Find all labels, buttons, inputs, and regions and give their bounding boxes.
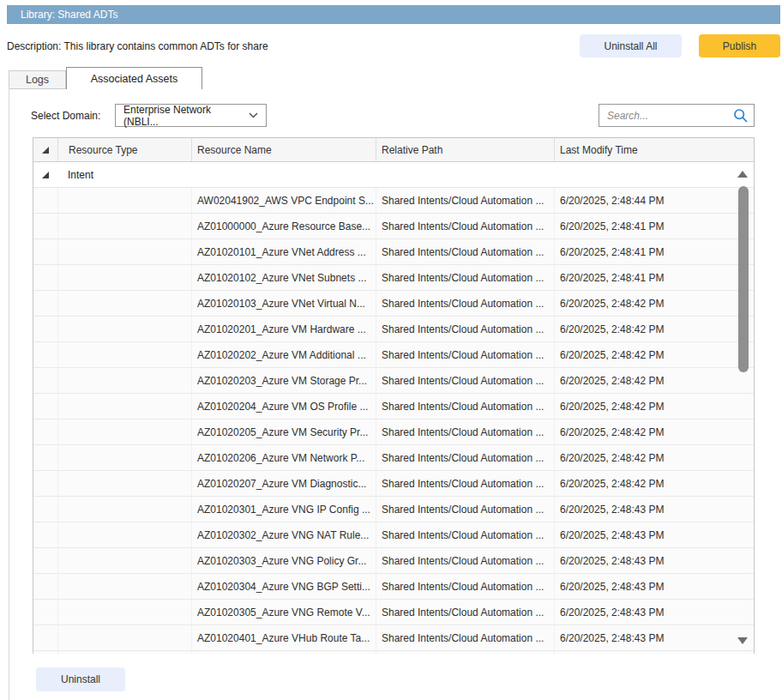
row-resource-name-cell: AZ01020203_Azure VM Storage Pr... bbox=[191, 368, 376, 393]
row-resource-type-cell bbox=[57, 574, 191, 599]
uninstall-all-button[interactable]: Uninstall All bbox=[580, 34, 682, 57]
group-label: Intent bbox=[57, 169, 754, 181]
row-expander-cell bbox=[33, 522, 57, 547]
row-last-modify-time-cell: 6/20/2025, 2:48:42 PM bbox=[554, 291, 754, 316]
tab-logs-label: Logs bbox=[26, 74, 49, 86]
table-row[interactable]: AZ01020103_Azure VNet Virtual N... Share… bbox=[33, 291, 754, 317]
row-last-modify-time-cell: 6/20/2025, 2:48:42 PM bbox=[554, 342, 754, 367]
row-resource-name-cell: AZ01020205_Azure VM Security Pr... bbox=[191, 419, 376, 444]
row-relative-path-cell: Shared Intents/Cloud Automation ... bbox=[376, 445, 554, 470]
table-row[interactable]: AZ01020206_Azure VM Network P... Shared … bbox=[33, 445, 754, 471]
row-last-modify-time-cell: 6/20/2025, 2:48:43 PM bbox=[554, 522, 754, 547]
search-input[interactable] bbox=[607, 110, 733, 122]
column-header-resource-type[interactable]: Resource Type bbox=[57, 138, 191, 161]
expand-all-icon bbox=[42, 147, 49, 154]
row-resource-type-cell bbox=[57, 342, 191, 367]
table-row[interactable]: AZ01020205_Azure VM Security Pr... Share… bbox=[33, 419, 754, 445]
domain-dropdown[interactable]: Enterprise Network (NBLI... bbox=[115, 104, 267, 127]
table-row[interactable]: AZ01020401_Azure VHub Route Ta... Shared… bbox=[33, 625, 754, 651]
table-body: AW02041902_AWS VPC Endpoint S... Shared … bbox=[33, 188, 754, 654]
scrollbar-thumb[interactable] bbox=[738, 186, 749, 372]
table-row[interactable]: AZ01020302_Azure VNG NAT Rule... Shared … bbox=[33, 522, 754, 548]
table-row[interactable]: AZ01020304_Azure VNG BGP Setti... Shared… bbox=[33, 574, 754, 600]
row-expander-cell bbox=[33, 214, 57, 238]
tab-logs[interactable]: Logs bbox=[9, 70, 66, 89]
column-header-last-modify-time[interactable]: Last Modify Time bbox=[554, 138, 754, 161]
row-last-modify-time-cell: 6/20/2025, 2:48:42 PM bbox=[554, 471, 754, 496]
row-expander-cell bbox=[33, 574, 57, 599]
row-relative-path-cell: Shared Intents/Cloud Automation ... bbox=[376, 368, 554, 393]
chevron-down-icon bbox=[249, 112, 258, 118]
domain-dropdown-value: Enterprise Network (NBLI... bbox=[123, 104, 249, 128]
row-relative-path-cell: Shared Intents/Cloud Automation ... bbox=[376, 394, 554, 419]
row-resource-name-cell: AZ01020101_Azure VNet Address ... bbox=[191, 239, 376, 264]
row-last-modify-time-cell: 6/20/2025, 2:48:42 PM bbox=[554, 317, 754, 341]
row-relative-path-cell: Shared Intents/Cloud Automation ... bbox=[376, 419, 554, 444]
row-last-modify-time-cell: 6/20/2025, 2:48:41 PM bbox=[554, 265, 754, 290]
row-resource-type-cell bbox=[57, 600, 191, 625]
row-resource-type-cell bbox=[57, 548, 191, 573]
row-expander-cell bbox=[33, 471, 57, 496]
row-relative-path-cell: Shared Intents/Cloud Automation ... bbox=[376, 548, 554, 573]
row-last-modify-time-cell: 6/20/2025, 2:48:42 PM bbox=[554, 445, 754, 470]
row-resource-type-cell bbox=[57, 625, 191, 650]
group-expander[interactable] bbox=[33, 172, 57, 178]
row-last-modify-time-cell: 6/20/2025, 2:48:42 PM bbox=[554, 394, 754, 419]
row-relative-path-cell: Shared Intents/Cloud Automation ... bbox=[376, 239, 554, 264]
row-resource-type-cell bbox=[57, 419, 191, 444]
table-row[interactable]: AZ01000000_Azure Resource Base... Shared… bbox=[33, 214, 754, 239]
row-resource-type-cell bbox=[57, 317, 191, 341]
row-last-modify-time-cell: 6/20/2025, 2:48:41 PM bbox=[554, 239, 754, 264]
row-expander-cell bbox=[33, 394, 57, 419]
row-resource-name-cell: AZ01020302_Azure VNG NAT Rule... bbox=[191, 522, 376, 547]
row-resource-type-cell bbox=[57, 497, 191, 522]
row-relative-path-cell bbox=[376, 651, 554, 654]
publish-button[interactable]: Publish bbox=[699, 34, 780, 57]
table-row[interactable]: AZ01020207_Azure VM Diagnostic... Shared… bbox=[33, 471, 754, 497]
row-last-modify-time-cell: 6/20/2025, 2:48:43 PM bbox=[554, 574, 754, 599]
row-relative-path-cell: Shared Intents/Cloud Automation ... bbox=[376, 291, 554, 316]
row-resource-name-cell: AZ01020201_Azure VM Hardware ... bbox=[191, 317, 376, 341]
row-resource-name-cell: AZ01020102_Azure VNet Subnets ... bbox=[191, 265, 376, 290]
row-expander-cell bbox=[33, 497, 57, 522]
row-expander-cell bbox=[33, 548, 57, 573]
row-resource-name-cell: AZ01020202_Azure VM Additional ... bbox=[191, 342, 376, 367]
table-row[interactable]: AZ01020201_Azure VM Hardware ... Shared … bbox=[33, 317, 754, 342]
table-row[interactable]: AZ01020101_Azure VNet Address ... Shared… bbox=[33, 239, 754, 265]
row-expander-cell bbox=[33, 317, 57, 341]
row-resource-type-cell bbox=[57, 651, 191, 654]
search-icon[interactable] bbox=[733, 108, 749, 124]
table-row[interactable]: AW02041902_AWS VPC Endpoint S... Shared … bbox=[33, 188, 754, 214]
column-header-resource-name[interactable]: Resource Name bbox=[191, 138, 376, 161]
row-expander-cell bbox=[33, 188, 57, 213]
table-row[interactable] bbox=[33, 651, 754, 654]
panel-border bbox=[9, 88, 9, 700]
row-relative-path-cell: Shared Intents/Cloud Automation ... bbox=[376, 625, 554, 650]
row-resource-name-cell: AW02041902_AWS VPC Endpoint S... bbox=[191, 188, 376, 213]
row-relative-path-cell: Shared Intents/Cloud Automation ... bbox=[376, 317, 554, 341]
table-row[interactable]: AZ01020102_Azure VNet Subnets ... Shared… bbox=[33, 265, 754, 291]
scroll-up-icon[interactable] bbox=[737, 171, 748, 178]
table-row[interactable]: AZ01020303_Azure VNG Policy Gr... Shared… bbox=[33, 548, 754, 574]
table-row[interactable]: AZ01020305_Azure VNG Remote V... Shared … bbox=[33, 600, 754, 625]
group-row-intent[interactable]: Intent bbox=[33, 162, 754, 188]
row-relative-path-cell: Shared Intents/Cloud Automation ... bbox=[376, 497, 554, 522]
table-row[interactable]: AZ01020204_Azure VM OS Profile ... Share… bbox=[33, 394, 754, 419]
row-resource-type-cell bbox=[57, 445, 191, 470]
uninstall-button[interactable]: Uninstall bbox=[36, 667, 125, 691]
column-header-relative-path[interactable]: Relative Path bbox=[376, 138, 554, 161]
row-last-modify-time-cell: 6/20/2025, 2:48:43 PM bbox=[554, 625, 754, 650]
row-resource-name-cell: AZ01020401_Azure VHub Route Ta... bbox=[191, 625, 376, 650]
tab-associated-assets[interactable]: Associated Assets bbox=[66, 67, 202, 89]
select-domain-label: Select Domain: bbox=[31, 110, 100, 122]
row-relative-path-cell: Shared Intents/Cloud Automation ... bbox=[376, 471, 554, 496]
row-resource-type-cell bbox=[57, 265, 191, 290]
row-resource-type-cell bbox=[57, 471, 191, 496]
scroll-down-icon[interactable] bbox=[737, 637, 748, 644]
table-row[interactable]: AZ01020301_Azure VNG IP Config ... Share… bbox=[33, 497, 754, 522]
table-row[interactable]: AZ01020203_Azure VM Storage Pr... Shared… bbox=[33, 368, 754, 394]
row-resource-type-cell bbox=[57, 188, 191, 213]
header-expand-all-cell[interactable] bbox=[33, 138, 57, 161]
table-row[interactable]: AZ01020202_Azure VM Additional ... Share… bbox=[33, 342, 754, 368]
row-expander-cell bbox=[33, 291, 57, 316]
